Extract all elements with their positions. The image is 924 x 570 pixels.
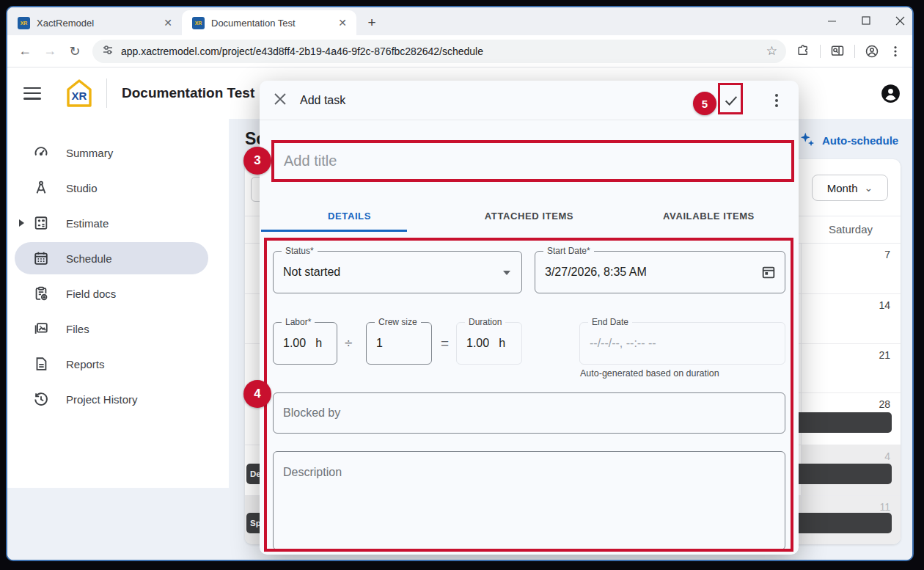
end-date-helper: Auto-generated based on duration xyxy=(580,368,719,379)
crew-size-value: 1 xyxy=(376,337,383,350)
back-icon[interactable]: ← xyxy=(13,40,37,63)
xactremodel-favicon-icon: XR xyxy=(18,17,30,29)
start-date-label: Start Date* xyxy=(543,246,594,256)
sidebar-item-project-history[interactable]: Project History xyxy=(15,383,208,415)
task-title-placeholder: Add title xyxy=(284,153,337,169)
dropdown-arrow-icon xyxy=(503,271,510,275)
side-panel-search-icon[interactable] xyxy=(826,40,848,62)
tab-details[interactable]: DETAILS xyxy=(260,200,439,232)
bookmark-star-icon[interactable]: ☆ xyxy=(766,43,777,59)
window-maximize-button[interactable] xyxy=(862,16,870,25)
forward-icon[interactable]: → xyxy=(38,40,62,63)
status-label: Status* xyxy=(282,246,318,256)
dialog-menu-icon[interactable] xyxy=(768,92,785,109)
status-select[interactable]: Status* Not started xyxy=(273,251,522,293)
tab-title: XactRemodel xyxy=(37,18,155,29)
sidebar-item-label: Summary xyxy=(66,147,113,159)
crew-size-label: Crew size xyxy=(375,317,421,327)
view-selector-dropdown[interactable]: Month ⌄ xyxy=(812,175,888,201)
sidebar-item-label: Schedule xyxy=(66,252,112,265)
sidebar-nav: Summary Studio Estimate Schedule Field d… xyxy=(7,119,229,488)
browser-menu-icon[interactable] xyxy=(884,40,906,62)
toolbar-divider xyxy=(854,45,855,58)
task-title-input[interactable]: Add title xyxy=(260,120,799,200)
date-label: 7 xyxy=(884,249,890,260)
dialog-title: Add task xyxy=(300,94,345,107)
image-files-icon xyxy=(32,320,50,337)
sparkle-icon xyxy=(799,131,815,150)
end-date-label: End Date xyxy=(588,317,632,327)
sidebar-item-label: Studio xyxy=(66,182,98,194)
menu-hamburger-icon[interactable] xyxy=(23,87,41,100)
svg-text:XR: XR xyxy=(72,89,87,102)
toolbar-divider xyxy=(820,45,821,58)
calendar-day-cell[interactable]: 7 xyxy=(801,244,901,293)
end-date-field: End Date --/--/--, --:-- -- xyxy=(579,322,785,365)
history-clock-icon xyxy=(32,390,50,408)
user-avatar[interactable] xyxy=(881,84,901,103)
sidebar-item-schedule[interactable]: Schedule xyxy=(15,242,208,274)
new-tab-button[interactable]: + xyxy=(361,12,383,34)
date-label: 11 xyxy=(879,501,890,513)
url-text[interactable]: app.xactremodel.com/project/e43d8ff4-2b1… xyxy=(121,45,759,57)
browser-tab-documentation-test[interactable]: XR Documentation Test ✕ xyxy=(182,10,356,35)
tab-close-icon[interactable]: ✕ xyxy=(161,17,175,29)
confirm-check-button[interactable] xyxy=(722,92,740,109)
sidebar-item-estimate[interactable]: Estimate xyxy=(15,207,208,239)
labor-field[interactable]: Labor* 1.00h xyxy=(273,322,337,365)
date-label: 28 xyxy=(879,398,890,410)
start-date-field[interactable]: Start Date* 3/27/2026, 8:35 AM xyxy=(535,251,785,293)
tab-attached-items[interactable]: ATTACHED ITEMS xyxy=(439,200,619,232)
day-name-label: Saturday xyxy=(801,216,901,243)
calendar-day-cell[interactable]: 14 xyxy=(801,294,901,343)
crew-size-field[interactable]: Crew size 1 xyxy=(366,322,432,365)
view-selector-value: Month xyxy=(827,182,858,194)
labor-unit: h xyxy=(315,337,322,350)
duration-field: Duration 1.00h xyxy=(456,322,522,365)
window-close-button[interactable] xyxy=(895,16,905,26)
calendar-icon xyxy=(32,249,50,267)
address-bar[interactable]: app.xactremodel.com/project/e43d8ff4-2b1… xyxy=(92,40,786,63)
sidebar-item-files[interactable]: Files xyxy=(15,313,208,345)
document-icon xyxy=(32,355,50,373)
duration-unit: h xyxy=(499,337,505,350)
equals-symbol: = xyxy=(441,335,449,351)
description-placeholder: Description xyxy=(283,466,342,479)
browser-profile-icon[interactable] xyxy=(861,40,883,62)
browser-toolbar: ← → ↻ app.xactremodel.com/project/e43d8f… xyxy=(7,35,912,67)
calculator-icon xyxy=(32,214,50,232)
auto-schedule-button[interactable]: Auto-schedule xyxy=(799,131,898,150)
date-picker-icon[interactable] xyxy=(760,264,777,283)
duration-label: Duration xyxy=(465,317,505,327)
extensions-icon[interactable] xyxy=(792,40,814,62)
labor-label: Labor* xyxy=(282,317,315,327)
xactremodel-favicon-icon: XR xyxy=(192,17,205,29)
date-label: 21 xyxy=(879,349,890,361)
site-settings-icon[interactable] xyxy=(102,44,114,59)
close-icon[interactable] xyxy=(273,92,287,109)
tab-available-items[interactable]: AVAILABLE ITEMS xyxy=(619,200,799,232)
labor-value: 1.00 xyxy=(283,337,306,350)
add-task-dialog: Add task Add title DETAILS ATTACHED ITEM… xyxy=(260,81,799,555)
browser-tab-xactremodel[interactable]: XR XactRemodel ✕ xyxy=(7,10,182,35)
tab-close-icon[interactable]: ✕ xyxy=(336,17,349,29)
sidebar-item-label: Reports xyxy=(66,358,105,370)
description-field[interactable]: Description xyxy=(273,451,785,550)
chevron-down-icon: ⌄ xyxy=(864,184,873,191)
sidebar-item-studio[interactable]: Studio xyxy=(15,172,208,204)
sidebar-item-label: Field docs xyxy=(66,288,116,300)
sidebar-item-label: Files xyxy=(66,323,89,335)
dialog-header: Add task xyxy=(260,81,799,120)
window-minimize-button[interactable] xyxy=(827,16,837,26)
calendar-day-cell[interactable]: 21 xyxy=(801,344,901,392)
blocked-by-field[interactable]: Blocked by xyxy=(273,392,785,434)
auto-schedule-label: Auto-schedule xyxy=(822,134,898,147)
sidebar-item-summary[interactable]: Summary xyxy=(15,136,208,169)
expand-caret-icon[interactable] xyxy=(19,219,24,227)
app-content: XR Documentation Test Summary Studio Est… xyxy=(7,67,912,560)
tab-strip: XR XactRemodel ✕ XR Documentation Test ✕… xyxy=(7,7,912,35)
reload-icon[interactable]: ↻ xyxy=(63,40,87,63)
sidebar-item-reports[interactable]: Reports xyxy=(15,348,208,380)
duration-value: 1.00 xyxy=(466,337,489,350)
sidebar-item-field-docs[interactable]: Field docs xyxy=(15,277,208,310)
